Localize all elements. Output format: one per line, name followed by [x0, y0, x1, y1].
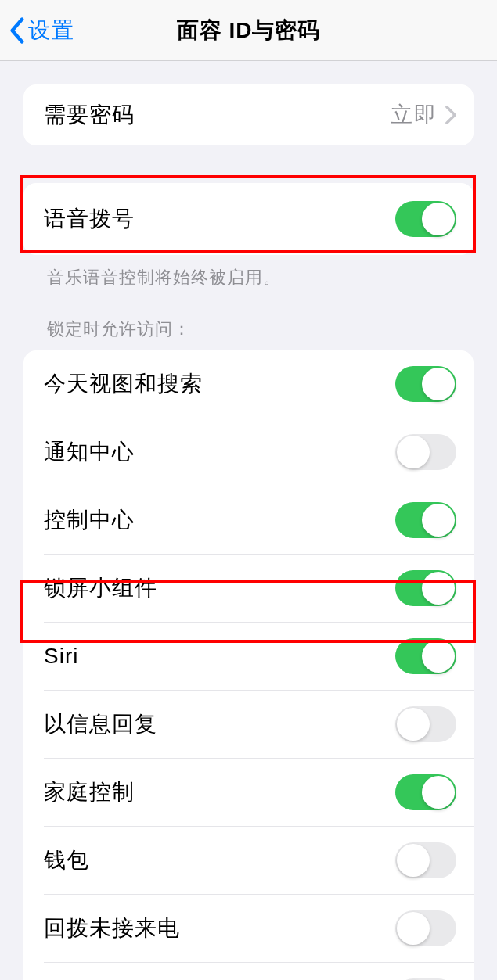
navigation-bar: 设置 面容 ID与密码 [0, 0, 497, 61]
locked-access-row: 钱包 [44, 826, 474, 894]
voice-dial-group: 语音拨号 [23, 183, 474, 255]
locked-access-row: 控制中心 [44, 486, 474, 554]
require-passcode-label: 需要密码 [44, 100, 135, 130]
locked-access-toggle[interactable] [395, 366, 456, 402]
voice-dial-row: 语音拨号 [23, 183, 474, 255]
locked-access-label: 控制中心 [44, 505, 135, 535]
locked-access-label: 家庭控制 [44, 777, 135, 807]
locked-access-label: 锁屏小组件 [44, 573, 157, 603]
require-passcode-row[interactable]: 需要密码 立即 [23, 84, 474, 145]
locked-access-toggle[interactable] [395, 910, 456, 946]
locked-access-toggle[interactable] [395, 434, 456, 470]
locked-access-row: 通知中心 [44, 418, 474, 486]
locked-access-toggle[interactable] [395, 502, 456, 538]
locked-access-row: 家庭控制 [44, 758, 474, 826]
voice-dial-toggle[interactable] [395, 201, 456, 237]
back-button[interactable]: 设置 [0, 16, 75, 45]
back-label: 设置 [28, 16, 75, 45]
locked-access-label: 回拨未接来电 [44, 914, 180, 943]
locked-access-row: Siri [44, 622, 474, 690]
locked-access-label: 钱包 [44, 845, 89, 875]
chevron-left-icon [8, 16, 25, 45]
locked-access-label: Siri [44, 644, 78, 669]
locked-access-toggle[interactable] [395, 842, 456, 878]
locked-access-row: 锁屏小组件 [44, 554, 474, 622]
locked-access-row: 回拨未接来电 [44, 894, 474, 962]
require-passcode-group: 需要密码 立即 [23, 84, 474, 145]
locked-access-label: 以信息回复 [44, 709, 157, 739]
locked-access-header: 锁定时允许访问： [23, 318, 474, 350]
locked-access-toggle[interactable] [395, 774, 456, 810]
locked-access-group: 今天视图和搜索通知中心控制中心锁屏小组件Siri以信息回复家庭控制钱包回拨未接来… [23, 350, 474, 980]
locked-access-label: 通知中心 [44, 437, 135, 467]
voice-dial-footer: 音乐语音控制将始终被启用。 [23, 255, 474, 289]
locked-access-row: 以信息回复 [44, 690, 474, 758]
locked-access-toggle[interactable] [395, 706, 456, 742]
require-passcode-value: 立即 [391, 100, 438, 130]
locked-access-toggle[interactable] [395, 570, 456, 606]
locked-access-row: USB配件 [44, 962, 474, 980]
locked-access-label: 今天视图和搜索 [44, 369, 203, 399]
chevron-right-icon [445, 106, 456, 124]
locked-access-toggle[interactable] [395, 638, 456, 674]
voice-dial-label: 语音拨号 [44, 204, 135, 234]
locked-access-row: 今天视图和搜索 [23, 350, 474, 418]
